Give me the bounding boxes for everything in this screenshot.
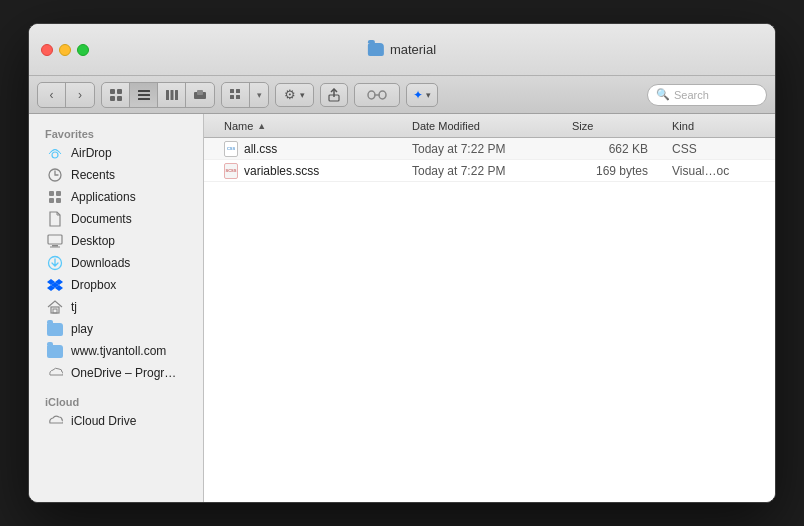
arrange-button[interactable] [222, 83, 250, 107]
sidebar-item-onedrive[interactable]: OneDrive – Progr… [33, 362, 199, 384]
desktop-icon [47, 233, 63, 249]
link-button[interactable] [354, 83, 400, 107]
sidebar-item-tj[interactable]: tj [33, 296, 199, 318]
www-folder-icon [47, 343, 63, 359]
list-view-icon [137, 88, 151, 102]
action-button[interactable]: ⚙ ▾ [275, 83, 314, 107]
column-header-name[interactable]: Name ▲ [204, 120, 404, 132]
sidebar-item-documents[interactable]: Documents [33, 208, 199, 230]
search-icon: 🔍 [656, 88, 670, 101]
icon-view-button[interactable] [102, 83, 130, 107]
table-row[interactable]: CSS all.css Today at 7:22 PM 662 KB CSS [204, 138, 775, 160]
share-icon [328, 88, 340, 102]
arrange-chevron-button[interactable]: ▾ [250, 83, 268, 107]
sidebar-item-desktop-label: Desktop [71, 234, 115, 248]
svg-rect-34 [51, 307, 59, 313]
sidebar-item-documents-label: Documents [71, 212, 132, 226]
airdrop-icon [47, 145, 63, 161]
sidebar-item-icloud-drive[interactable]: iCloud Drive [33, 410, 199, 432]
play-folder-icon [47, 321, 63, 337]
svg-rect-0 [110, 89, 115, 94]
view-group [101, 82, 215, 108]
traffic-lights [41, 44, 89, 56]
svg-point-19 [52, 152, 58, 158]
close-button[interactable] [41, 44, 53, 56]
sidebar-item-recents[interactable]: Recents [33, 164, 199, 186]
dropbox-sidebar-icon [47, 277, 63, 293]
sidebar-item-play[interactable]: play [33, 318, 199, 340]
svg-rect-14 [230, 95, 234, 99]
search-placeholder: Search [674, 89, 709, 101]
svg-rect-7 [166, 90, 169, 100]
svg-rect-5 [138, 94, 150, 96]
window-title-text: material [390, 42, 436, 57]
icloud-label: iCloud [29, 390, 203, 410]
svg-rect-23 [49, 198, 54, 203]
dropbox-chevron-icon: ▾ [426, 90, 431, 100]
sidebar-item-onedrive-label: OneDrive – Progr… [71, 366, 176, 380]
file-area: Name ▲ Date Modified Size Kind CSS [204, 114, 775, 502]
sidebar-item-desktop[interactable]: Desktop [33, 230, 199, 252]
share-button[interactable] [320, 83, 348, 107]
svg-rect-25 [48, 235, 62, 244]
svg-rect-4 [138, 90, 150, 92]
column-header-modified[interactable]: Date Modified [404, 120, 564, 132]
sidebar-item-downloads-label: Downloads [71, 256, 130, 270]
svg-rect-17 [368, 91, 375, 99]
nav-buttons: ‹ › [37, 82, 95, 108]
search-box[interactable]: 🔍 Search [647, 84, 767, 106]
svg-rect-9 [175, 90, 178, 100]
action-chevron-icon: ▾ [300, 90, 305, 100]
svg-rect-22 [56, 191, 61, 196]
minimize-button[interactable] [59, 44, 71, 56]
icloud-drive-icon [47, 413, 63, 429]
downloads-icon [47, 255, 63, 271]
cover-view-button[interactable] [186, 83, 214, 107]
table-row[interactable]: SCSS variables.scss Today at 7:22 PM 169… [204, 160, 775, 182]
svg-rect-6 [138, 98, 150, 100]
sidebar: Favorites AirDrop [29, 114, 204, 502]
recents-icon [47, 167, 63, 183]
scss-file-icon: SCSS [224, 163, 238, 179]
column-header-kind[interactable]: Kind [664, 120, 775, 132]
dropbox-button[interactable]: ✦ ▾ [406, 83, 438, 107]
file-size: 169 bytes [564, 164, 664, 178]
applications-icon [47, 189, 63, 205]
svg-rect-35 [53, 309, 57, 313]
svg-rect-1 [117, 89, 122, 94]
file-kind: CSS [664, 142, 775, 156]
svg-rect-13 [236, 89, 240, 93]
finder-window: material ‹ › [28, 23, 776, 503]
column-view-icon [165, 88, 179, 102]
file-list-header: Name ▲ Date Modified Size Kind [204, 114, 775, 138]
titlebar: material [29, 24, 775, 76]
file-name-cell: SCSS variables.scss [204, 163, 404, 179]
home-icon [47, 299, 63, 315]
maximize-button[interactable] [77, 44, 89, 56]
sidebar-item-www[interactable]: www.tjvantoll.com [33, 340, 199, 362]
sidebar-item-dropbox[interactable]: Dropbox [33, 274, 199, 296]
sidebar-item-downloads[interactable]: Downloads [33, 252, 199, 274]
sidebar-item-airdrop-label: AirDrop [71, 146, 112, 160]
column-view-button[interactable] [158, 83, 186, 107]
file-modified: Today at 7:22 PM [404, 164, 564, 178]
arrange-icon [229, 88, 242, 101]
sidebar-item-applications[interactable]: Applications [33, 186, 199, 208]
folder-icon [368, 43, 384, 56]
documents-icon [47, 211, 63, 227]
svg-rect-3 [117, 96, 122, 101]
back-button[interactable]: ‹ [38, 83, 66, 107]
svg-rect-12 [230, 89, 234, 93]
arrange-group: ▾ [221, 82, 269, 108]
sidebar-item-play-label: play [71, 322, 93, 336]
list-view-button[interactable] [130, 83, 158, 107]
file-kind: Visual…oc [664, 164, 775, 178]
favorites-label: Favorites [29, 122, 203, 142]
svg-rect-18 [379, 91, 386, 99]
svg-rect-15 [236, 95, 240, 99]
forward-button[interactable]: › [66, 83, 94, 107]
svg-rect-2 [110, 96, 115, 101]
sidebar-item-airdrop[interactable]: AirDrop [33, 142, 199, 164]
file-name: variables.scss [244, 164, 319, 178]
column-header-size[interactable]: Size [564, 120, 664, 132]
